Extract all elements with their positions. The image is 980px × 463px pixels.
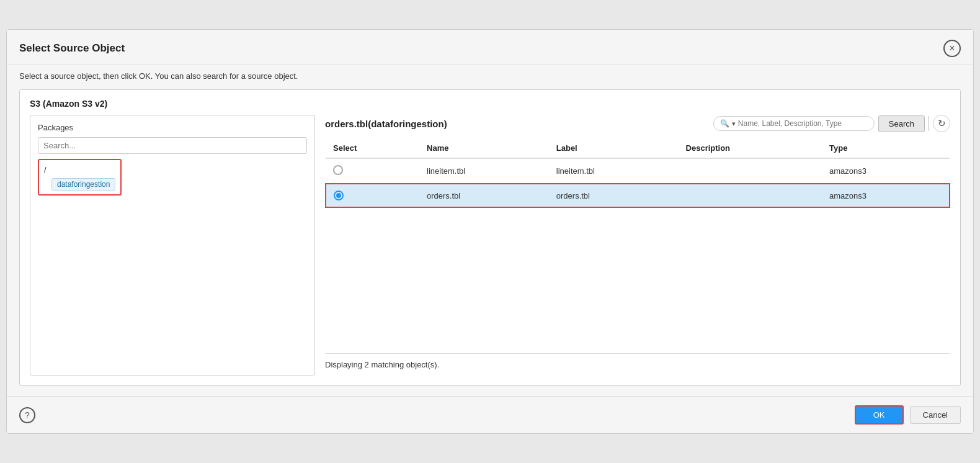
dialog-header: Select Source Object × xyxy=(7,30,973,65)
dialog-title: Select Source Object xyxy=(19,42,125,55)
right-panel-header: orders.tbl(dataforingestion) 🔍 ▾ Search … xyxy=(325,115,950,132)
row1-label: lineitem.tbl xyxy=(549,158,679,184)
col-select: Select xyxy=(326,138,419,158)
radio-button-row2[interactable] xyxy=(334,191,344,200)
panel-content: Packages / dataforingestion xyxy=(20,115,960,385)
search-button[interactable]: Search xyxy=(878,115,925,132)
col-label: Label xyxy=(549,138,679,158)
close-button[interactable]: × xyxy=(943,40,961,57)
packages-search-input[interactable] xyxy=(38,137,307,154)
help-button[interactable]: ? xyxy=(19,407,35,423)
tree-child-item[interactable]: dataforingestion xyxy=(51,178,115,191)
objects-table: Select Name Label Description Type xyxy=(325,138,950,208)
radio-button-row1[interactable] xyxy=(333,165,343,175)
tree-root-item[interactable]: / xyxy=(44,164,115,176)
row2-select[interactable] xyxy=(326,184,419,207)
search-bar: 🔍 ▾ Search ↻ xyxy=(713,115,950,132)
col-name: Name xyxy=(419,138,549,158)
panel-title: S3 (Amazon S3 v2) xyxy=(20,90,960,115)
cancel-button[interactable]: Cancel xyxy=(910,406,961,424)
ok-button[interactable]: OK xyxy=(855,405,904,425)
divider xyxy=(929,116,929,131)
objects-table-container: Select Name Label Description Type xyxy=(325,138,950,353)
table-row[interactable]: lineitem.tbl lineitem.tbl amazons3 xyxy=(326,158,950,184)
table-row[interactable]: orders.tbl orders.tbl amazons3 xyxy=(326,184,950,207)
right-panel-title: orders.tbl(dataforingestion) xyxy=(325,119,447,129)
refresh-button[interactable]: ↻ xyxy=(933,115,950,132)
row1-type: amazons3 xyxy=(822,158,950,184)
dialog-body: S3 (Amazon S3 v2) Packages / dataforinge… xyxy=(7,89,973,396)
packages-label: Packages xyxy=(38,123,307,132)
row2-label: orders.tbl xyxy=(549,184,679,207)
row2-name: orders.tbl xyxy=(419,184,549,207)
search-icon: 🔍 xyxy=(720,119,729,128)
search-dropdown-arrow[interactable]: ▾ xyxy=(732,120,736,128)
packages-tree: / dataforingestion xyxy=(38,159,307,196)
col-type: Type xyxy=(822,138,950,158)
search-field: 🔍 ▾ xyxy=(713,116,875,131)
row1-select[interactable] xyxy=(326,158,419,184)
content-panel: S3 (Amazon S3 v2) Packages / dataforinge… xyxy=(19,89,961,386)
search-input[interactable] xyxy=(738,119,862,128)
row1-description xyxy=(679,158,822,184)
dialog-subtitle: Select a source object, then click OK. Y… xyxy=(7,65,973,89)
status-text: Displaying 2 matching object(s). xyxy=(325,353,950,375)
select-source-dialog: Select Source Object × Select a source o… xyxy=(6,29,974,434)
right-panel: orders.tbl(dataforingestion) 🔍 ▾ Search … xyxy=(325,115,950,375)
row2-description xyxy=(679,184,822,207)
dialog-footer: ? OK Cancel xyxy=(7,396,973,433)
table-header-row: Select Name Label Description Type xyxy=(326,138,950,158)
col-description: Description xyxy=(679,138,822,158)
row2-type: amazons3 xyxy=(822,184,950,207)
row1-name: lineitem.tbl xyxy=(419,158,549,184)
